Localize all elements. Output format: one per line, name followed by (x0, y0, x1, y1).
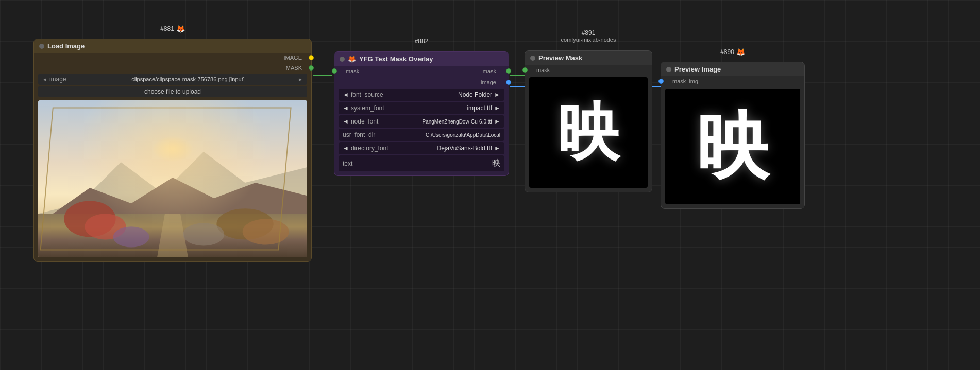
nf-arrow-right[interactable]: ► (494, 118, 500, 125)
pm-dot (530, 56, 535, 61)
sf-label: system_font (351, 104, 397, 112)
pi-title: Preview Image (674, 65, 721, 73)
preview-mask-header: Preview Mask (525, 51, 652, 65)
arrow-right-image[interactable]: ► (298, 77, 303, 82)
pm-mask-in-row: mask (525, 65, 652, 75)
directory-font-field[interactable]: ◄ directory_font DejaVuSans-Bold.ttf ► (339, 142, 504, 154)
image-preview-canvas (38, 100, 307, 257)
df-value: DejaVuSans-Bold.ttf (397, 145, 492, 152)
painting-light (38, 100, 307, 257)
node-font-field[interactable]: ◄ node_font PangMenZhengDow-Cu-6.0.ttf ► (339, 115, 504, 128)
yfg-title: YFG Text Mask Overlay (359, 55, 433, 63)
pm-title: Preview Mask (538, 54, 582, 62)
node-id-890: #890 🦊 (720, 48, 745, 56)
preview-mask-kanji: 映 (557, 102, 619, 164)
df-arrow-left[interactable]: ◄ (343, 145, 349, 152)
mask-in-row: mask mask (334, 66, 509, 76)
preview-mask-canvas: 映 (529, 77, 648, 188)
choose-file-label: choose file to upload (144, 88, 201, 95)
painting-bg (38, 100, 307, 257)
preview-image-header: Preview Image (661, 62, 804, 76)
load-image-header: Load Image (34, 39, 311, 53)
image-output-row: IMAGE (34, 53, 311, 62)
image-field-value: clipspace/clipspace-mask-756786.png [inp… (80, 76, 296, 82)
arrow-left-image[interactable]: ◄ (42, 77, 47, 82)
usr-font-dir-field[interactable]: usr_font_dir C:\Users\gonzalu\AppData\Lo… (339, 129, 504, 141)
preview-mask-subtitle: comfyui-mixlab-nodes (561, 37, 616, 43)
header-dot (39, 44, 44, 49)
ud-value: C:\Users\gonzalu\AppData\Local (389, 132, 500, 138)
ud-label: usr_font_dir (343, 131, 389, 138)
load-image-node: #881 🦊 Load Image IMAGE MASK ◄ image cli… (33, 39, 312, 262)
mask-port-label: MASK (286, 65, 302, 71)
sf-arrow-right[interactable]: ► (494, 104, 500, 112)
yfg-header: 🦊 YFG Text Mask Overlay (334, 52, 509, 66)
fs-arrow-right[interactable]: ► (494, 91, 500, 98)
pm-mask-label: mask (531, 67, 550, 73)
system-font-field[interactable]: ◄ system_font impact.ttf ► (339, 102, 504, 114)
nf-value: PangMenZhengDow-Cu-6.0.ttf (397, 119, 492, 125)
mask-in-label: mask (341, 68, 359, 74)
fs-value: Node Folder (397, 91, 492, 98)
yfg-mask-out-port[interactable] (506, 68, 511, 74)
nf-arrow-left[interactable]: ◄ (343, 118, 349, 125)
text-value: 映 (389, 158, 500, 169)
text-field[interactable]: text 映 (339, 155, 504, 171)
pi-mask-img-label: mask_img (667, 78, 698, 84)
mask-output-row: MASK (34, 63, 311, 73)
pi-mask-img-port[interactable] (658, 79, 664, 84)
sf-value: impact.ttf (397, 104, 492, 112)
image-out-label: image (481, 79, 502, 85)
image-out-row: image (334, 77, 509, 87)
image-port-label: IMAGE (284, 55, 302, 61)
mask-out-label: mask (483, 68, 502, 74)
yfg-mask-in-port[interactable] (332, 68, 337, 74)
node-id-881: #881 🦊 (160, 25, 185, 33)
yfg-dot (340, 57, 345, 62)
preview-image-canvas: 映 (665, 89, 800, 204)
fs-label: font_source (351, 91, 397, 98)
choose-file-field[interactable]: choose file to upload (38, 86, 307, 97)
pi-dot (666, 67, 671, 72)
mask-out-port[interactable] (309, 65, 314, 71)
node-id-882: #882 (415, 38, 429, 45)
pm-mask-in-port[interactable] (522, 67, 528, 73)
df-label: directory_font (351, 145, 397, 152)
sf-arrow-left[interactable]: ◄ (343, 104, 349, 112)
preview-image-kanji: 映 (697, 111, 769, 183)
fox-icon-890: 🦊 (736, 48, 745, 56)
image-out-port[interactable] (309, 55, 314, 60)
text-label: text (343, 160, 389, 167)
image-file-field[interactable]: ◄ image clipspace/clipspace-mask-756786.… (38, 74, 307, 85)
fox-icon-881: 🦊 (176, 25, 185, 33)
pi-mask-img-row: mask_img (661, 76, 804, 86)
yfg-image-out-port[interactable] (506, 80, 511, 85)
node-id-891: #891 (582, 29, 596, 37)
font-source-field[interactable]: ◄ font_source Node Folder ► (339, 89, 504, 101)
yfg-fox-icon: 🦊 (348, 55, 356, 63)
preview-mask-node: comfyui-mixlab-nodes #891 Preview Mask m… (525, 50, 652, 192)
nf-label: node_font (351, 118, 397, 125)
yfg-text-mask-node: #882 🦊 YFG Text Mask Overlay mask mask i… (334, 51, 509, 176)
image-field-label: image (49, 76, 80, 83)
df-arrow-right[interactable]: ► (494, 145, 500, 152)
fs-arrow-left[interactable]: ◄ (343, 91, 349, 98)
preview-image-node: #890 🦊 Preview Image mask_img 映 (661, 62, 805, 209)
